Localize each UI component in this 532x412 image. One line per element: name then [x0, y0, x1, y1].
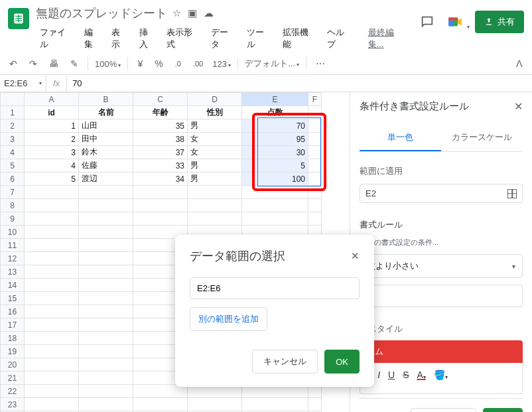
cell[interactable]: [308, 106, 322, 119]
dialog-close-icon[interactable]: ✕: [351, 250, 360, 262]
cell[interactable]: 点数: [242, 106, 308, 119]
menu-insert[interactable]: 挿入: [135, 24, 160, 53]
menu-file[interactable]: ファイル: [36, 24, 78, 53]
fx-icon[interactable]: fx: [46, 75, 67, 92]
sidebar-done-button[interactable]: 完了: [483, 408, 523, 412]
col-header-e[interactable]: E: [242, 93, 308, 106]
doc-title[interactable]: 無題のスプレッドシート: [36, 5, 167, 21]
print-icon[interactable]: 🖶: [46, 57, 61, 70]
paint-format-icon[interactable]: ✎: [68, 57, 81, 70]
condition-threshold-input[interactable]: [360, 285, 523, 307]
col-header-a[interactable]: A: [25, 93, 79, 106]
undo-icon[interactable]: ↶: [7, 57, 20, 70]
menu-extensions[interactable]: 拡張機能: [279, 24, 320, 53]
tab-color-scale[interactable]: カラースケール: [441, 125, 523, 151]
format-style-swatch[interactable]: タム: [360, 340, 523, 363]
cell[interactable]: 30: [242, 146, 308, 159]
cell[interactable]: id: [25, 106, 79, 119]
row-header[interactable]: 4: [1, 146, 25, 159]
collapse-toolbar-icon[interactable]: ᐱ: [513, 57, 525, 70]
cell[interactable]: [308, 133, 322, 146]
row-header[interactable]: 1: [1, 106, 25, 119]
row-header[interactable]: 16: [1, 305, 25, 318]
dialog-cancel-button[interactable]: キャンセル: [252, 350, 318, 374]
row-header[interactable]: 23: [1, 398, 25, 411]
col-header-c[interactable]: C: [133, 93, 188, 106]
cell[interactable]: 5: [242, 159, 308, 172]
zoom-select[interactable]: 100%: [95, 59, 121, 69]
cell[interactable]: 男: [188, 159, 242, 172]
row-header[interactable]: 13: [1, 265, 25, 279]
redo-icon[interactable]: ↷: [27, 57, 40, 70]
cell[interactable]: 佐藤: [79, 159, 133, 172]
fill-color-icon[interactable]: 🪣▾: [434, 370, 448, 380]
tab-single-color[interactable]: 単一色: [360, 125, 441, 151]
menu-view[interactable]: 表示: [107, 24, 132, 53]
cell[interactable]: [308, 159, 322, 172]
row-header[interactable]: 17: [1, 318, 25, 332]
name-box[interactable]: E2:E6: [0, 75, 46, 92]
cell[interactable]: 3: [25, 146, 79, 159]
close-icon[interactable]: ✕: [514, 100, 523, 113]
cell[interactable]: 38: [133, 133, 188, 146]
cell[interactable]: 37: [133, 146, 188, 159]
cell[interactable]: 山田: [79, 119, 133, 133]
star-icon[interactable]: ☆: [172, 7, 181, 19]
row-header[interactable]: 6: [1, 172, 25, 186]
range-picker-icon[interactable]: [507, 189, 517, 198]
menu-edit[interactable]: 編集: [80, 24, 105, 53]
italic-icon[interactable]: I: [377, 370, 380, 380]
menu-help[interactable]: ヘルプ: [323, 24, 356, 53]
cell[interactable]: 男: [188, 172, 242, 186]
row-header[interactable]: 2: [1, 119, 25, 133]
cell[interactable]: 34: [133, 172, 188, 186]
cell[interactable]: 95: [242, 133, 308, 146]
number-format-select[interactable]: 123: [212, 59, 231, 69]
cell[interactable]: 渡辺: [79, 172, 133, 186]
dialog-range-input[interactable]: [190, 277, 360, 299]
col-header-d[interactable]: D: [188, 93, 242, 106]
row-header[interactable]: 11: [1, 239, 25, 252]
row-header[interactable]: 15: [1, 292, 25, 305]
row-header[interactable]: 3: [1, 133, 25, 146]
cell[interactable]: [308, 119, 322, 133]
strike-icon[interactable]: S: [403, 370, 409, 380]
text-color-icon[interactable]: A▾: [417, 370, 425, 380]
row-header[interactable]: 14: [1, 279, 25, 292]
col-header-f[interactable]: F: [308, 93, 322, 106]
sidebar-cancel-button[interactable]: キャンセル: [411, 408, 476, 412]
cell[interactable]: 4: [25, 159, 79, 172]
cell[interactable]: [308, 146, 322, 159]
cell[interactable]: 100: [242, 172, 308, 186]
row-header[interactable]: 7: [1, 186, 25, 199]
row-header[interactable]: 20: [1, 358, 25, 372]
cell[interactable]: 名前: [79, 106, 133, 119]
cell[interactable]: 鈴木: [79, 146, 133, 159]
percent-icon[interactable]: %: [152, 57, 165, 70]
cell[interactable]: 33: [133, 159, 188, 172]
dialog-ok-button[interactable]: OK: [324, 350, 360, 374]
comments-icon[interactable]: [419, 14, 435, 30]
menu-format[interactable]: 表示形式: [163, 24, 204, 53]
currency-icon[interactable]: ¥: [135, 57, 145, 70]
row-header[interactable]: 21: [1, 372, 25, 385]
decrease-decimal-icon[interactable]: .0: [172, 58, 184, 69]
col-header-b[interactable]: B: [79, 93, 133, 106]
row-header[interactable]: 5: [1, 159, 25, 172]
cell[interactable]: 70: [242, 119, 308, 133]
cell[interactable]: 男: [188, 119, 242, 133]
cloud-icon[interactable]: ☁: [204, 7, 214, 19]
cell[interactable]: 女: [188, 133, 242, 146]
cell[interactable]: 性別: [188, 106, 242, 119]
cell[interactable]: 5: [25, 172, 79, 186]
cell[interactable]: 2: [25, 133, 79, 146]
row-header[interactable]: 12: [1, 252, 25, 265]
cell[interactable]: 1: [25, 119, 79, 133]
add-another-range-button[interactable]: 別の範囲を追加: [190, 307, 267, 331]
cell[interactable]: 田中: [79, 133, 133, 146]
underline-icon[interactable]: U: [388, 370, 395, 380]
increase-decimal-icon[interactable]: .00: [190, 58, 206, 69]
cell[interactable]: 年齢: [133, 106, 188, 119]
move-icon[interactable]: ▣: [188, 7, 197, 19]
row-header[interactable]: 10: [1, 226, 25, 239]
